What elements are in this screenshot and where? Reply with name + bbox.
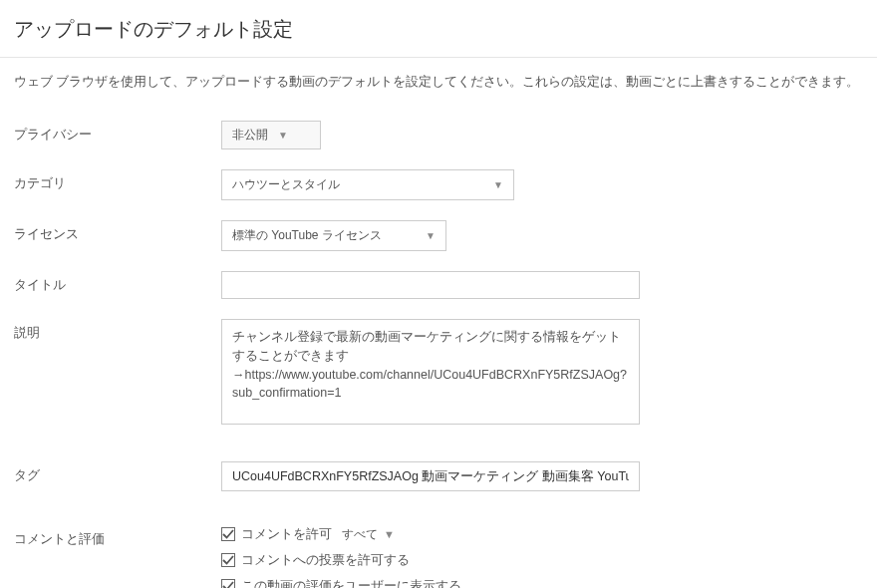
tags-label: タグ xyxy=(14,461,221,484)
page-description: ウェブ ブラウザを使用して、アップロードする動画のデフォルトを設定してください。… xyxy=(0,58,877,111)
comments-scope-value: すべて xyxy=(342,526,378,543)
allow-voting-checkbox[interactable] xyxy=(221,553,235,567)
comments-scope-select[interactable]: すべて ▼ xyxy=(342,526,395,543)
caret-down-icon: ▼ xyxy=(493,179,503,190)
privacy-select[interactable]: 非公開 ▼ xyxy=(221,121,321,149)
comments-label: コメントと評価 xyxy=(14,525,221,548)
license-value: 標準の YouTube ライセンス xyxy=(232,227,382,244)
category-value: ハウツーとスタイル xyxy=(232,176,340,193)
privacy-label: プライバシー xyxy=(14,121,221,144)
category-label: カテゴリ xyxy=(14,169,221,192)
allow-voting-label: コメントへの投票を許可する xyxy=(241,551,410,569)
caret-down-icon: ▼ xyxy=(278,130,288,141)
allow-comments-label: コメントを許可 xyxy=(241,525,332,543)
caret-down-icon: ▼ xyxy=(426,230,436,241)
tags-input[interactable] xyxy=(221,461,640,491)
license-select[interactable]: 標準の YouTube ライセンス ▼ xyxy=(221,220,446,251)
allow-comments-checkbox[interactable] xyxy=(221,527,235,541)
page-title: アップロードのデフォルト設定 xyxy=(0,0,877,58)
description-label: 説明 xyxy=(14,319,221,342)
caret-down-icon: ▼ xyxy=(384,528,395,540)
title-label: タイトル xyxy=(14,271,221,294)
description-textarea[interactable]: チャンネル登録で最新の動画マーケティングに関する情報をゲットすることができます … xyxy=(221,319,640,425)
category-select[interactable]: ハウツーとスタイル ▼ xyxy=(221,169,514,200)
license-label: ライセンス xyxy=(14,220,221,243)
show-ratings-checkbox[interactable] xyxy=(221,579,235,588)
show-ratings-label: この動画の評価をユーザーに表示する xyxy=(241,577,461,588)
title-input[interactable] xyxy=(221,271,640,299)
privacy-value: 非公開 xyxy=(232,127,268,144)
